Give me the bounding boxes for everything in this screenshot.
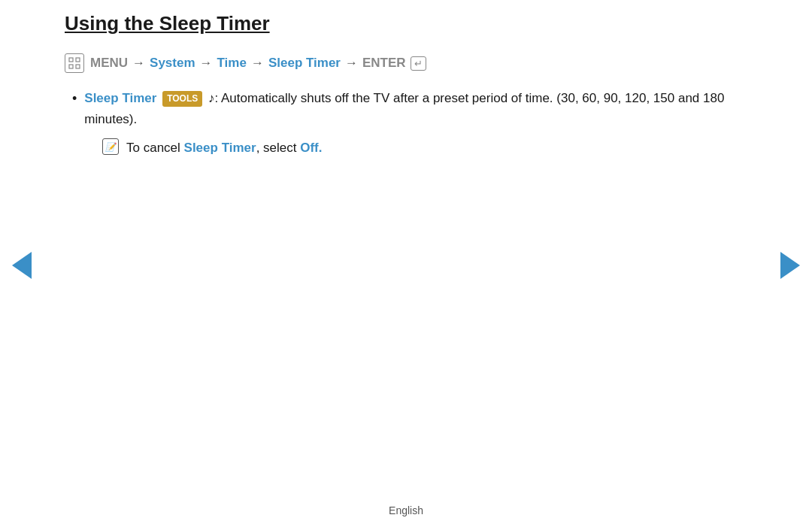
note-middle: , select — [256, 141, 301, 155]
svg-rect-0 — [69, 58, 73, 62]
arrow-2: → — [200, 56, 213, 71]
sleep-timer-term: Sleep Timer — [84, 91, 156, 105]
note-icon: 📝 — [102, 138, 119, 155]
menu-icon — [65, 53, 84, 73]
bullet-item: • Sleep Timer TOOLS ♪: Automatically shu… — [72, 88, 747, 130]
menu-system: System — [150, 56, 195, 71]
enter-icon: ↵ — [411, 56, 426, 71]
arrow-1: → — [132, 56, 145, 71]
svg-rect-2 — [69, 65, 73, 68]
bullet-section: • Sleep Timer TOOLS ♪: Automatically shu… — [72, 88, 747, 159]
note-off-link: Off. — [300, 141, 322, 155]
footer-language: English — [389, 504, 423, 516]
nav-right-button[interactable] — [780, 252, 800, 279]
title-section: Using the Sleep Timer — [65, 9, 747, 38]
menu-sleep-timer: Sleep Timer — [268, 56, 341, 71]
page-content: Using the Sleep Timer MENU → System → Ti… — [0, 0, 812, 530]
menu-time: Time — [217, 56, 247, 71]
menu-path: MENU → System → Time → Sleep Timer → ENT… — [65, 53, 747, 73]
note-prefix: To cancel — [126, 141, 184, 155]
note-text: To cancel Sleep Timer, select Off. — [126, 138, 323, 159]
tools-icon-inline: ♪ — [205, 91, 214, 105]
bullet-dot: • — [72, 88, 77, 110]
note-section: 📝 To cancel Sleep Timer, select Off. — [102, 138, 747, 159]
arrow-3: → — [251, 56, 264, 71]
svg-rect-3 — [76, 65, 80, 68]
page-title: Using the Sleep Timer — [65, 9, 747, 38]
tools-badge: TOOLS — [162, 91, 202, 108]
arrow-4: → — [345, 56, 358, 71]
nav-left-button[interactable] — [12, 252, 32, 279]
bullet-text: Sleep Timer TOOLS ♪: Automatically shuts… — [84, 88, 747, 130]
note-sleep-timer-link: Sleep Timer — [184, 141, 256, 155]
menu-enter-label: ENTER — [362, 56, 406, 71]
menu-label: MENU — [90, 56, 128, 71]
svg-rect-1 — [76, 58, 80, 62]
